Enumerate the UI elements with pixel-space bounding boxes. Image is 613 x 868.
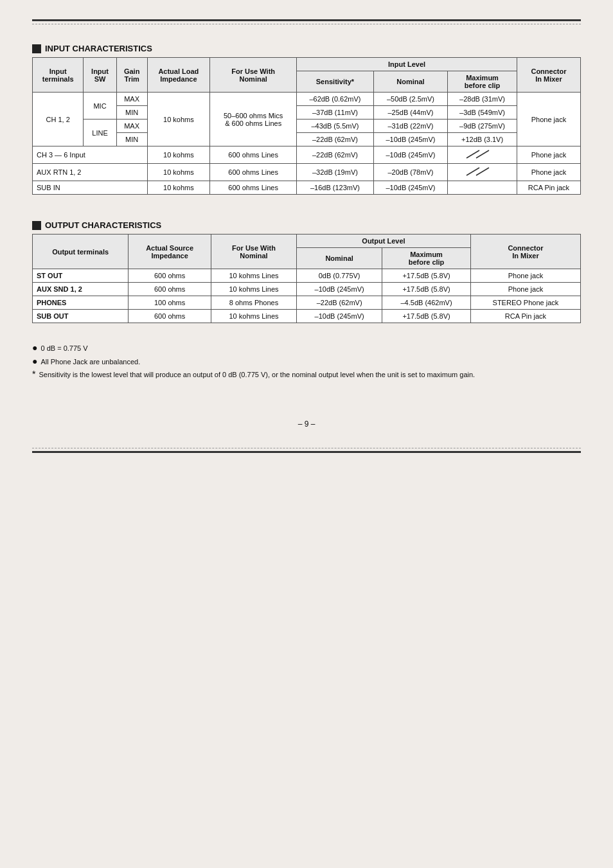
td-ch36-connector: Phone jack [517, 146, 580, 164]
td-ch36: CH 3 — 6 Input [33, 146, 148, 164]
note-3-text: Sensitivity is the lowest level that wil… [39, 369, 475, 381]
td-mic-max: MAX [116, 93, 147, 106]
th-actual-load: Actual LoadImpedance [147, 58, 209, 93]
td-auxrtn: AUX RTN 1, 2 [33, 164, 148, 181]
td-stout-terminal: ST OUT [33, 269, 129, 283]
th-sensitivity: Sensitivity* [297, 71, 373, 93]
td-auxrtn-impedance: 10 kohms [147, 164, 209, 181]
td-mic-max-clip: –28dB (31mV) [448, 93, 517, 106]
td-auxrtn-nom: –20dB (78mV) [373, 164, 448, 181]
table-row: AUX RTN 1, 2 10 kohms 600 ohms Lines –32… [33, 164, 581, 181]
th-input-sw: InputSW [84, 58, 116, 93]
th-output-max: Maximumbefore clip [382, 248, 471, 269]
td-line-min-clip: +12dB (3.1V) [448, 133, 517, 146]
top-border-thick [32, 19, 581, 21]
td-subout-terminal: SUB OUT [33, 310, 129, 323]
td-subin-nominal: 600 ohms Lines [210, 181, 297, 195]
th-output-nominal: Nominal [297, 248, 382, 269]
note-3: * Sensitivity is the lowest level that w… [32, 369, 581, 381]
td-phones-terminal: PHONES [33, 296, 129, 310]
td-auxsnd-nominal-use: 10 kohms Lines [211, 283, 296, 296]
table-row: PHONES 100 ohms 8 ohms Phones –22dB (62m… [33, 296, 581, 310]
td-line: LINE [84, 120, 116, 146]
table-row: SUB IN 10 kohms 600 ohms Lines –16dB (12… [33, 181, 581, 195]
td-auxrtn-clip [448, 164, 517, 181]
top-border-dashed [32, 24, 581, 24]
td-ch12: CH 1, 2 [33, 93, 84, 146]
td-ch36-impedance: 10 kohms [147, 146, 209, 164]
td-auxrtn-connector: Phone jack [517, 164, 580, 181]
th-connector: ConnectorIn Mixer [517, 58, 580, 93]
output-section-title: OUTPUT CHARACTERISTICS [32, 220, 581, 230]
td-stout-max: +17.5dB (5.8V) [382, 269, 471, 283]
td-subout-connector: RCA Pin jack [470, 310, 580, 323]
bottom-border-dashed [32, 448, 581, 448]
td-subout-max: +17.5dB (5.8V) [382, 310, 471, 323]
asterisk-marker: * [32, 369, 35, 380]
table-row: ST OUT 600 ohms 10 kohms Lines 0dB (0.77… [33, 269, 581, 283]
td-subout-impedance: 600 ohms [129, 310, 211, 323]
th-actual-source: Actual SourceImpedance [129, 235, 211, 269]
bullet-2: ● [32, 356, 37, 367]
td-stout-connector: Phone jack [470, 269, 580, 283]
th-nominal: Nominal [373, 71, 448, 93]
td-stout-nominal: 0dB (0.775V) [297, 269, 382, 283]
note-2-text: All Phone Jack are unbalanced. [40, 356, 140, 368]
table-row: CH 3 — 6 Input 10 kohms 600 ohms Lines –… [33, 146, 581, 164]
input-section-title: INPUT CHARACTERISTICS [32, 44, 581, 53]
td-10kohms-ch12: 10 kohms [147, 93, 209, 146]
td-auxsnd-nominal: –10dB (245mV) [297, 283, 382, 296]
td-subin-impedance: 10 kohms [147, 181, 209, 195]
td-phone-jack-ch12: Phone jack [517, 93, 580, 146]
td-auxsnd-impedance: 600 ohms [129, 283, 211, 296]
td-subin-connector: RCA Pin jack [517, 181, 580, 195]
note-2: ● All Phone Jack are unbalanced. [32, 356, 581, 368]
td-auxsnd-terminal: AUX SND 1, 2 [33, 283, 129, 296]
td-mic-min-nom: –25dB (44mV) [373, 106, 448, 120]
th-output-level-group: Output Level [297, 235, 471, 248]
page-number: – 9 – [32, 420, 581, 429]
td-line-max: MAX [116, 120, 147, 133]
th-output-connector: ConnectorIn Mixer [470, 235, 580, 269]
td-subin: SUB IN [33, 181, 148, 195]
td-line-max-nom: –31dB (22mV) [373, 120, 448, 133]
input-section: INPUT CHARACTERISTICS Inputterminals Inp… [32, 44, 581, 195]
th-gain-trim: GainTrim [116, 58, 147, 93]
td-phones-max: –4.5dB (462mV) [382, 296, 471, 310]
td-ch36-clip [448, 146, 517, 164]
td-line-min-nom: –10dB (245mV) [373, 133, 448, 146]
td-phones-nominal-use: 8 ohms Phones [211, 296, 296, 310]
td-subin-clip [448, 181, 517, 195]
td-50-600-nominal: 50–600 ohms Mics& 600 ohms Lines [210, 93, 297, 146]
title-block-icon [32, 44, 41, 53]
td-ch36-nom: –10dB (245mV) [373, 146, 448, 164]
input-characteristics-table: Inputterminals InputSW GainTrim Actual L… [32, 57, 581, 195]
td-mic-min-clip: –3dB (549mV) [448, 106, 517, 120]
th-output-for-use: For Use WithNominal [211, 235, 296, 269]
td-phones-impedance: 100 ohms [129, 296, 211, 310]
td-line-min-sens: –22dB (62mV) [297, 133, 373, 146]
td-auxrtn-nominal: 600 ohms Lines [210, 164, 297, 181]
td-phones-connector: STEREO Phone jack [470, 296, 580, 310]
td-subin-nom: –10dB (245mV) [373, 181, 448, 195]
td-phones-nominal: –22dB (62mV) [297, 296, 382, 310]
td-subout-nominal: –10dB (245mV) [297, 310, 382, 323]
title-block-icon-2 [32, 221, 41, 230]
output-title-text: OUTPUT CHARACTERISTICS [45, 220, 161, 230]
td-mic-max-nom: –50dB (2.5mV) [373, 93, 448, 106]
th-output-terminals: Output terminals [33, 235, 129, 269]
td-auxsnd-max: +17.5dB (5.8V) [382, 283, 471, 296]
th-for-use-with: For Use WithNominal [210, 58, 297, 93]
td-line-min: MIN [116, 133, 147, 146]
td-mic: MIC [84, 93, 116, 120]
td-ch36-nominal: 600 ohms Lines [210, 146, 297, 164]
notes-section: ● 0 dB = 0.775 V ● All Phone Jack are un… [32, 342, 581, 381]
td-mic-min: MIN [116, 106, 147, 120]
td-stout-impedance: 600 ohms [129, 269, 211, 283]
th-input-level-group: Input Level [297, 58, 517, 71]
table-row: AUX SND 1, 2 600 ohms 10 kohms Lines –10… [33, 283, 581, 296]
td-subout-nominal-use: 10 kohms Lines [211, 310, 296, 323]
td-auxrtn-sens: –32dB (19mV) [297, 164, 373, 181]
td-line-max-sens: –43dB (5.5mV) [297, 120, 373, 133]
td-mic-min-sens: –37dB (11mV) [297, 106, 373, 120]
